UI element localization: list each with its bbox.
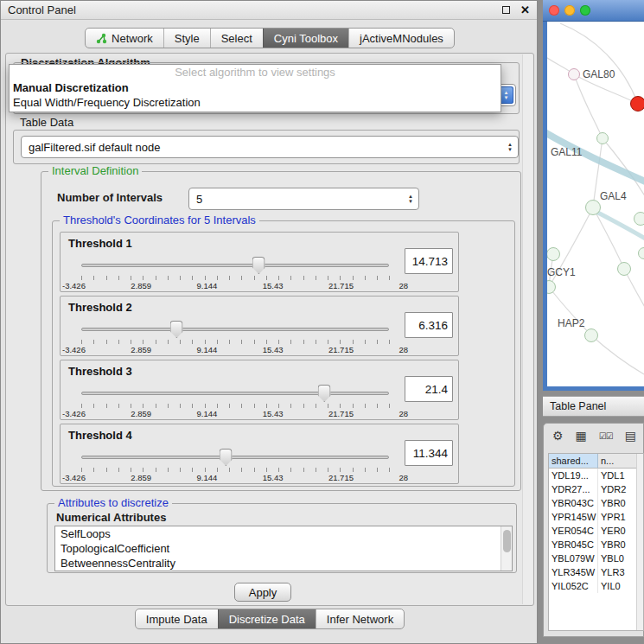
tick-label: 28 (399, 473, 408, 482)
list-scrollbar[interactable] (501, 526, 512, 571)
tick-label: 15.43 (263, 409, 284, 418)
combo-stepper-icon[interactable]: ▲ ▼ (502, 137, 518, 157)
tick-label: 28 (399, 281, 408, 290)
tab-strip: Network Style Select Cyni Toolbox jActiv… (85, 28, 455, 48)
table-row[interactable]: YBL079WYBL0 (549, 552, 643, 565)
table-cell[interactable]: YDR27... (549, 482, 598, 496)
mac-close-button[interactable] (549, 5, 559, 16)
network-canvas[interactable]: GAL80GAL11GAL4GCY1HAP2 (547, 22, 644, 386)
table-row[interactable]: YLR345WYLR3 (549, 565, 643, 579)
table-cell[interactable]: YBL079W (549, 552, 598, 565)
table-data-label: Table Data (20, 116, 73, 129)
network-node[interactable] (638, 247, 644, 259)
network-node[interactable] (585, 200, 601, 215)
numerical-attributes-list[interactable]: SelfLoopsTopologicalCoefficientBetweenne… (54, 526, 513, 571)
table-row[interactable]: YBR045CYBR0 (549, 538, 643, 552)
tab-style[interactable]: Style (163, 29, 210, 48)
table-cell[interactable]: YER054C (549, 524, 598, 538)
threshold-slider[interactable] (81, 385, 389, 404)
tab-network[interactable]: Network (86, 29, 163, 48)
network-node[interactable] (630, 96, 644, 112)
dropdown-option-manual[interactable]: Manual Discretization (10, 80, 501, 95)
slider-track[interactable] (81, 264, 389, 267)
scrollbar-thumb[interactable] (503, 530, 511, 552)
table-row[interactable]: YDR27...YDR2 (549, 482, 643, 496)
mac-zoom-button[interactable] (580, 5, 590, 16)
network-node[interactable] (596, 132, 609, 144)
tab-select[interactable]: Select (210, 29, 263, 48)
column-header-shared-name[interactable]: shared... (549, 454, 598, 469)
threshold-value-field[interactable] (405, 312, 453, 338)
threshold-slider[interactable] (81, 449, 389, 468)
grid-icon[interactable]: ▤ (625, 429, 636, 443)
table-row[interactable]: YPR145WYPR1 (549, 510, 643, 524)
network-node-label: GAL11 (551, 146, 582, 158)
slider-thumb[interactable] (318, 385, 331, 402)
columns-icon[interactable]: ▦ (576, 429, 587, 443)
list-item[interactable]: TopologicalCoefficient (55, 541, 512, 556)
network-node[interactable] (617, 262, 631, 276)
tab-label: Discretize Data (229, 613, 305, 626)
number-of-intervals-value: 5 (189, 193, 403, 206)
network-node[interactable] (568, 68, 580, 80)
network-node[interactable] (584, 328, 598, 342)
table-cell[interactable]: YBR043C (549, 496, 598, 510)
tab-jactivemnodules[interactable]: jActiveMNodules (348, 29, 454, 48)
threshold-slider[interactable] (81, 257, 389, 276)
table-cell[interactable]: YLR345W (549, 565, 598, 579)
mac-minimize-button[interactable] (564, 5, 575, 16)
table-row[interactable]: YBR043CYBR0 (549, 496, 643, 510)
number-of-intervals-combo[interactable]: 5 ▲ ▼ (188, 188, 419, 210)
tab-discretize-data[interactable]: Discretize Data (218, 609, 316, 628)
combo-stepper-icon[interactable]: ▲ ▼ (403, 188, 418, 209)
list-item[interactable]: SelfLoops (55, 526, 512, 541)
table-data-combo[interactable]: galFiltered.sif default node ▲ ▼ (21, 136, 519, 158)
table-panel-title: Table Panel (550, 400, 606, 412)
mode-tab-strip: Impute Data Discretize Data Infer Networ… (135, 609, 405, 629)
stepper-down-icon: ▼ (504, 95, 509, 100)
tick-label: 2.859 (131, 281, 151, 290)
threshold-panel-4: Threshold 4 -3.4262.8599.14415.4321.7152… (60, 424, 459, 484)
table-panel-header[interactable]: Table Panel (543, 396, 644, 417)
threshold-value-field[interactable] (405, 376, 453, 402)
tab-impute-data[interactable]: Impute Data (136, 609, 218, 628)
tab-cyni-toolbox[interactable]: Cyni Toolbox (263, 29, 348, 48)
threshold-value-field[interactable] (405, 248, 453, 274)
threshold-label: Threshold 2 (68, 301, 132, 314)
table-cell[interactable]: YDL19... (549, 469, 598, 482)
tick-label: 21.715 (328, 281, 354, 290)
network-node-label: GAL80 (583, 68, 615, 80)
table-row[interactable]: YIL052CYIL0 (549, 579, 643, 593)
slider-thumb[interactable] (170, 321, 183, 338)
table-cell[interactable]: YIL052C (549, 579, 598, 593)
table-row[interactable]: YER054CYER0 (549, 524, 643, 538)
threshold-slider[interactable] (81, 321, 389, 340)
table-scrollbar[interactable] (636, 454, 643, 630)
slider-track[interactable] (81, 456, 389, 459)
tick-label: 21.715 (328, 345, 354, 354)
table-cell[interactable]: YPR145W (549, 510, 598, 524)
slider-thumb[interactable] (220, 449, 233, 466)
slider-track[interactable] (81, 328, 389, 331)
tab-label: Infer Network (327, 613, 393, 626)
dropdown-option-equal-width[interactable]: Equal Width/Frequency Discretization (10, 95, 501, 110)
network-tab-icon (96, 33, 107, 44)
table-row[interactable]: YDL19...YDL1 (549, 469, 643, 482)
tick-label: 9.144 (197, 345, 218, 354)
tick-label: 15.43 (263, 281, 284, 290)
select-rows-icon[interactable]: ☑☑ (599, 431, 613, 441)
table-cell[interactable]: YBR045C (549, 538, 598, 552)
threshold-value-field[interactable] (405, 440, 453, 466)
apply-button[interactable]: Apply (234, 583, 291, 602)
network-node[interactable] (634, 212, 644, 226)
tick-label: 9.144 (197, 409, 218, 418)
close-icon[interactable]: ✕ (520, 3, 530, 16)
slider-thumb[interactable] (252, 257, 265, 274)
tab-infer-network[interactable]: Infer Network (316, 609, 404, 628)
panel-scrollbar[interactable] (522, 54, 532, 604)
float-window-icon[interactable] (502, 6, 510, 14)
tick-label: 15.43 (263, 345, 284, 354)
gear-icon[interactable]: ⚙ (552, 429, 564, 443)
slider-track[interactable] (81, 392, 389, 395)
list-item[interactable]: BetweennessCentrality (55, 556, 512, 571)
